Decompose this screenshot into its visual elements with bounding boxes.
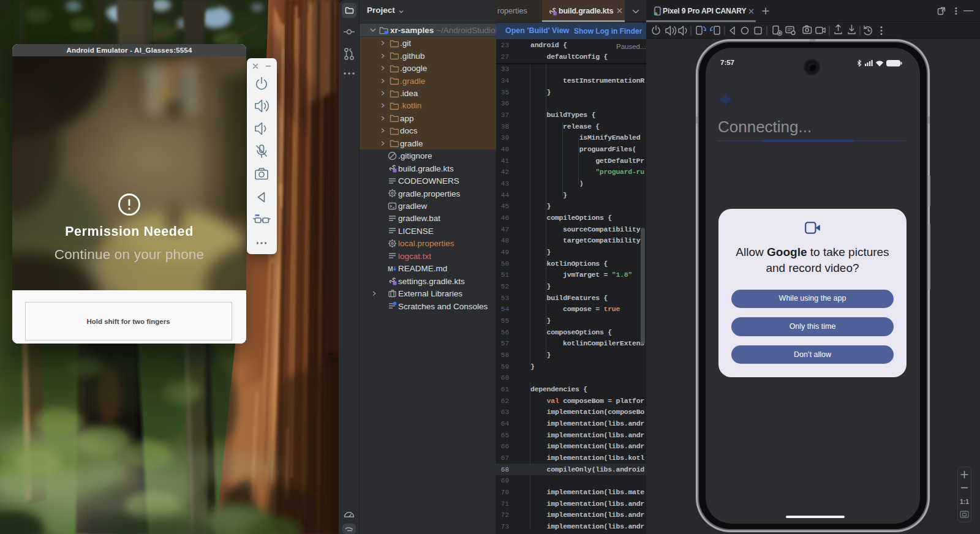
svg-text:M: M bbox=[388, 265, 393, 272]
svg-text:1:1: 1:1 bbox=[960, 498, 969, 505]
